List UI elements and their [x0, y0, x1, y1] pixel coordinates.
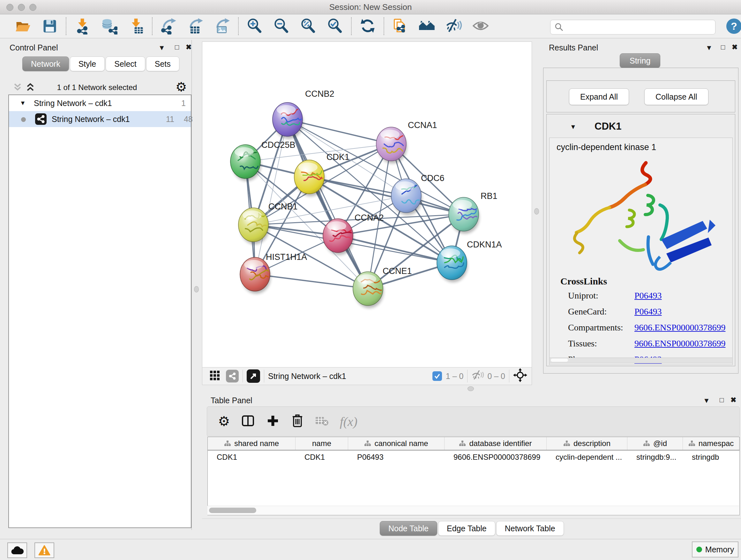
network-node-CCNB1[interactable] — [239, 208, 269, 244]
table-cell: 9606.ENSP00000378699 — [445, 450, 547, 464]
network-node-CCNA1[interactable] — [376, 127, 407, 164]
selected-checkbox-icon[interactable] — [432, 371, 442, 381]
right-splitter-handle[interactable] — [534, 208, 539, 214]
hide-selected-icon[interactable] — [446, 18, 462, 35]
entry-collapse-icon[interactable]: ▼ — [570, 123, 576, 131]
network-view-title: String Network – cdk1 — [268, 372, 346, 381]
network-view[interactable]: CCNB2CCNA1CDC25BCDK1CDC6RB1CCNB1CCNA2CDK… — [202, 42, 532, 368]
results-panel-menu-icon[interactable]: ▼ — [705, 44, 713, 52]
show-columns-icon[interactable] — [241, 414, 255, 429]
network-node-CCNB2[interactable] — [273, 103, 303, 139]
save-session-icon[interactable] — [42, 18, 58, 35]
control-panel-float-icon[interactable]: □ — [175, 43, 179, 51]
export-image-icon[interactable] — [214, 18, 230, 35]
duplicate-network-icon[interactable] — [392, 18, 408, 35]
show-all-icon[interactable] — [472, 18, 489, 35]
tab-style[interactable]: Style — [70, 57, 105, 71]
import-table-icon[interactable] — [128, 18, 144, 35]
memory-button[interactable]: Memory — [692, 542, 738, 557]
open-session-icon[interactable] — [15, 18, 31, 35]
results-panel-float-icon[interactable]: □ — [721, 43, 725, 51]
network-row[interactable]: String Network – cdk1 11 48 — [9, 111, 191, 127]
zoom-out-icon[interactable] — [273, 18, 290, 35]
table-tabs: Node TableEdge TableNetwork Table — [380, 521, 565, 536]
expand-all-button[interactable]: Expand All — [569, 88, 629, 105]
control-panel-menu-icon[interactable]: ▼ — [158, 44, 165, 52]
tab-network[interactable]: Network — [22, 57, 69, 71]
network-edge-HIST1H1A-CCNE1[interactable] — [255, 274, 368, 289]
table-row[interactable]: CDK1CDK1P064939606.ENSP00000378699cyclin… — [208, 450, 739, 464]
table-toolbar: ⚙ f(x) — [207, 407, 740, 436]
hidden-eye-slash-icon[interactable] — [471, 369, 484, 383]
zoom-in-icon[interactable] — [246, 18, 263, 35]
column-header-description[interactable]: description — [547, 437, 627, 450]
detach-view-icon[interactable] — [247, 369, 260, 383]
birdseye-grid-icon[interactable] — [209, 369, 221, 383]
delete-table-icon[interactable] — [315, 415, 329, 428]
tab-string[interactable]: String — [620, 53, 660, 68]
network-node-label-CCNB2: CCNB2 — [305, 89, 334, 99]
zoom-selected-icon[interactable] — [327, 18, 343, 35]
network-node-RB1[interactable] — [449, 197, 479, 234]
collection-expand-icon[interactable]: ▼ — [20, 95, 26, 111]
search-icon — [554, 22, 564, 32]
control-panel-close-icon[interactable]: ✖ — [186, 43, 192, 51]
column-header-namespac[interactable]: namespac — [683, 437, 739, 450]
crosslink-value-link[interactable]: P06493 — [634, 307, 662, 317]
import-network-database-icon[interactable] — [101, 18, 118, 35]
column-header-shared-name[interactable]: shared name — [208, 437, 295, 450]
tab-edge-table[interactable]: Edge Table — [438, 521, 495, 536]
network-node-CDKN1A[interactable] — [437, 246, 468, 282]
delete-column-trash-icon[interactable] — [291, 414, 304, 429]
import-network-file-icon[interactable] — [74, 18, 91, 35]
column-header-database-identifier[interactable]: database identifier — [445, 437, 547, 450]
export-table-icon[interactable] — [187, 18, 204, 35]
zoom-fit-icon[interactable] — [300, 18, 317, 35]
node-table: shared namenamecanonical namedatabase id… — [207, 437, 740, 515]
network-options-gear-icon[interactable]: ⚙ — [176, 79, 187, 94]
string-badge-icon[interactable] — [226, 370, 239, 382]
tab-sets[interactable]: Sets — [146, 57, 179, 71]
results-panel-close-icon[interactable]: ✖ — [732, 43, 738, 51]
network-node-label-CDC25B: CDC25B — [261, 140, 295, 150]
column-header-canonical-name[interactable]: canonical name — [348, 437, 445, 450]
refresh-icon[interactable] — [359, 18, 376, 35]
fit-crosshair-icon[interactable] — [513, 368, 527, 384]
crosslink-value-link[interactable]: 9606.ENSP00000378699 — [634, 322, 725, 333]
network-node-CDK1[interactable] — [294, 160, 325, 196]
table-gear-icon[interactable]: ⚙ — [218, 415, 230, 428]
warning-button[interactable] — [35, 543, 54, 558]
network-node-CDC25B[interactable] — [230, 145, 261, 181]
column-header-@id[interactable]: @id — [627, 437, 683, 450]
houses-icon[interactable] — [419, 18, 435, 35]
left-splitter-handle[interactable] — [194, 286, 199, 293]
column-header-name[interactable]: name — [295, 437, 348, 450]
network-node-HIST1H1A[interactable] — [240, 257, 271, 294]
tab-node-table[interactable]: Node Table — [380, 521, 437, 536]
export-network-icon[interactable] — [160, 18, 177, 35]
network-node-CCNA2[interactable] — [323, 219, 354, 255]
collapse-all-button[interactable]: Collapse All — [644, 88, 709, 105]
create-column-icon[interactable] — [266, 414, 280, 429]
cloud-button[interactable] — [7, 543, 27, 558]
network-node-CCNE1[interactable] — [353, 272, 384, 308]
network-edge-CCNA2-CDKN1A[interactable] — [338, 236, 452, 263]
entry-scrollbar[interactable] — [549, 358, 733, 363]
horizontal-splitter-handle[interactable] — [468, 386, 474, 391]
crosslink-value-link[interactable]: P06493 — [634, 291, 662, 301]
tab-network-table[interactable]: Network Table — [496, 521, 564, 536]
help-button[interactable]: ? — [726, 18, 741, 34]
table-panel-float-icon[interactable]: □ — [720, 396, 724, 404]
tab-select[interactable]: Select — [106, 57, 145, 71]
crosslink-value-link[interactable]: 9606.ENSP00000378699 — [634, 338, 725, 349]
table-panel-close-icon[interactable]: ✖ — [731, 396, 736, 404]
table-panel-menu-icon[interactable]: ▼ — [703, 396, 710, 405]
search-input[interactable] — [566, 21, 715, 33]
network-node-label-CCNA2: CCNA2 — [354, 213, 384, 223]
table-hscrollbar-thumb[interactable] — [209, 508, 256, 513]
function-builder-icon[interactable]: f(x) — [340, 414, 358, 429]
results-panel: Results Panel ▼ □ ✖ String Expand All Co… — [543, 40, 739, 375]
network-node-CDC6[interactable] — [391, 179, 422, 215]
table-panel-divider — [202, 518, 741, 519]
network-collection-row[interactable]: ▼ String Network – cdk1 1 — [9, 95, 191, 111]
